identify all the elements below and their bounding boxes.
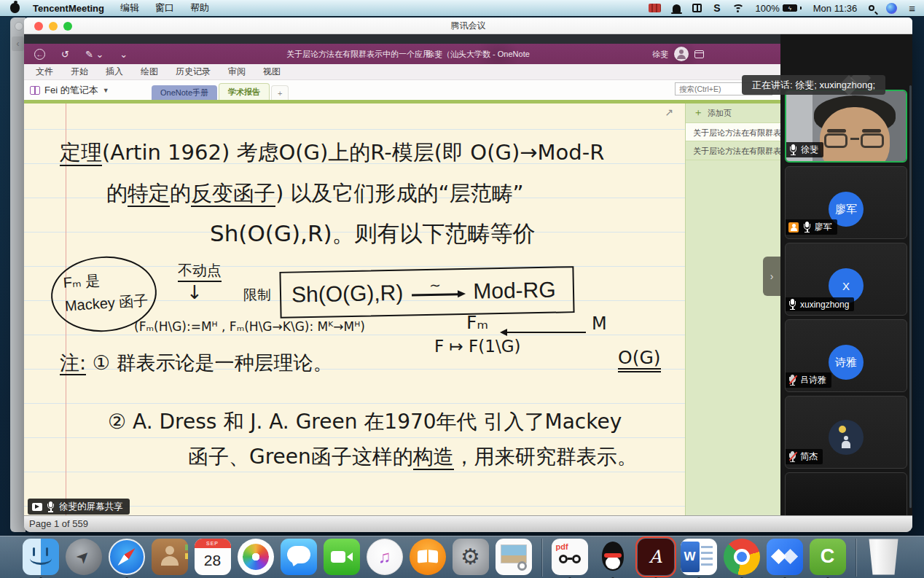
onenote-titlebar: ← ↺ ✎ ⌄ ⌄ 关于层论方法在有限群表示中的一个应用 徐斐（汕头大学数 - … xyxy=(24,44,780,64)
page-item[interactable]: 关于层论方法在有限群表示中的应 xyxy=(686,141,780,160)
dock: ➤ SEP28 ♫ ⚙ pdf A W C xyxy=(0,536,924,578)
expand-icon[interactable]: ↗ xyxy=(665,106,673,118)
fixed-points-label: 不动点 xyxy=(178,261,222,282)
pen-tool-icon[interactable]: ✎ ⌄ xyxy=(85,49,103,60)
dock-finder[interactable] xyxy=(23,539,59,577)
participant-tile[interactable]: X xuxingzhong xyxy=(785,243,907,316)
dock-launchpad[interactable]: ➤ xyxy=(66,539,102,577)
remark-line: 注: ① 群表示论是一种层理论。 xyxy=(60,350,333,376)
participant-label: 简杰 xyxy=(786,449,823,464)
dock-facetime[interactable] xyxy=(324,539,360,577)
background-window-edge[interactable]: ‹ xyxy=(10,17,26,532)
dock-qq[interactable] xyxy=(595,539,631,577)
dock-chrome[interactable] xyxy=(724,539,760,577)
participant-tile-partial[interactable] xyxy=(785,472,907,515)
participant-tile[interactable]: 简杰 xyxy=(785,396,907,469)
dock-trash[interactable] xyxy=(866,539,902,577)
menubar-clock[interactable]: Mon 11:36 xyxy=(813,3,857,14)
toolbar-dropdown-icon[interactable]: ⌄ xyxy=(120,49,128,60)
add-page-button[interactable]: ＋ 添加页 xyxy=(686,104,780,122)
note-line-6: ② A. Dress 和 J. A. Green 在1970年代 引入了Mack… xyxy=(108,408,622,436)
note-page[interactable]: ↗ 定理(Artin 1962) 考虑O(G)上的R-模层(即 O(G)→Mod… xyxy=(24,104,685,515)
tab-insert[interactable]: 插入 xyxy=(106,66,123,78)
preview-icon xyxy=(496,539,532,575)
menu-app-name[interactable]: TencentMeeting xyxy=(33,3,104,14)
screen-recording-icon[interactable] xyxy=(649,4,661,12)
notebook-selector[interactable]: Fei 的笔记本 ▼ xyxy=(30,80,109,100)
participants-sidebar: 徐斐 廖军 廖军 X xuxingzhong 诗雅 吕诗雅 xyxy=(780,34,912,515)
apple-menu-icon[interactable] xyxy=(10,3,20,13)
mic-icon xyxy=(47,501,55,512)
onenote-user-name: 徐斐 xyxy=(652,49,668,60)
tab-home[interactable]: 开始 xyxy=(71,66,88,78)
mic-on-icon xyxy=(788,299,796,310)
input-method-icon[interactable]: S xyxy=(713,2,720,14)
wifi-icon[interactable] xyxy=(732,4,744,12)
dock-messages[interactable] xyxy=(281,539,317,577)
qq-penguin-icon xyxy=(595,539,631,575)
section-tab-reports[interactable]: 学术报告 xyxy=(219,83,270,100)
dock-system-preferences[interactable]: ⚙ xyxy=(453,539,489,577)
participant-tile[interactable]: 廖军 廖军 xyxy=(785,166,907,239)
dock-tencent-meeting[interactable] xyxy=(767,539,803,577)
launchpad-icon: ➤ xyxy=(66,539,102,575)
tab-review[interactable]: 审阅 xyxy=(228,66,246,78)
back-icon[interactable]: ← xyxy=(34,49,45,60)
tab-history[interactable]: 历史记录 xyxy=(176,66,211,78)
dock-divider xyxy=(856,539,856,577)
dock-pdf-expert[interactable]: pdf xyxy=(552,539,588,577)
dock-camtasia[interactable]: C xyxy=(810,539,846,577)
window-layout-icon[interactable] xyxy=(694,50,704,58)
dock-preview[interactable] xyxy=(496,539,532,577)
calendar-icon: SEP28 xyxy=(195,539,231,575)
avatar-initials: 诗雅 xyxy=(829,345,864,380)
add-section-tab[interactable]: + xyxy=(271,85,289,100)
facetime-icon xyxy=(324,539,360,575)
tab-file[interactable]: 文件 xyxy=(36,66,53,78)
user-avatar-icon[interactable] xyxy=(674,47,689,61)
down-arrow: ↓ xyxy=(187,281,203,303)
dock-acrobat[interactable]: A xyxy=(638,539,674,577)
dock-books[interactable] xyxy=(410,539,446,577)
messages-icon xyxy=(281,539,317,575)
menu-help[interactable]: 帮助 xyxy=(190,1,209,15)
spotlight-icon[interactable] xyxy=(869,5,874,11)
safari-icon xyxy=(109,539,145,575)
onenote-doc-title: 关于层论方法在有限群表示中的一个应用 xyxy=(286,44,425,64)
chevron-left-icon[interactable]: ‹ xyxy=(12,36,24,51)
dock-word[interactable]: W xyxy=(681,539,717,577)
dock-photos[interactable] xyxy=(238,539,274,577)
tab-view[interactable]: 视图 xyxy=(263,66,281,78)
menu-window[interactable]: 窗口 xyxy=(155,1,174,15)
note-line-3: Sh(O(G),R)。则有以下范畴等价 xyxy=(210,219,536,249)
dock-safari[interactable] xyxy=(109,539,145,577)
participant-tile[interactable]: 诗雅 吕诗雅 xyxy=(785,319,907,392)
battery-status[interactable]: 100% ϟ xyxy=(756,3,802,14)
sidebar-scrollbar[interactable] xyxy=(909,85,912,508)
battery-icon: ϟ xyxy=(783,4,797,12)
shared-screen-top-strip xyxy=(24,34,780,44)
dock-calendar[interactable]: SEP28 xyxy=(195,539,231,577)
menu-edit[interactable]: 编辑 xyxy=(120,1,139,15)
siri-icon[interactable] xyxy=(886,3,897,14)
participant-label: 徐斐 xyxy=(786,142,823,157)
dock-contacts[interactable] xyxy=(152,539,188,577)
page-item-selected[interactable]: 关于层论方法在有限群表示中的一 xyxy=(686,122,780,141)
acrobat-icon: A xyxy=(638,539,674,575)
onenote-ribbon: 文件 开始 插入 绘图 历史记录 审阅 视图 xyxy=(24,64,780,80)
trash-icon xyxy=(866,539,902,575)
tab-draw[interactable]: 绘图 xyxy=(141,66,158,78)
avatar-photo xyxy=(829,420,864,455)
macos-menubar: TencentMeeting 编辑 窗口 帮助 S 100% ϟ Mon 11:… xyxy=(0,0,924,16)
section-tab-manual[interactable]: OneNote手册 xyxy=(152,85,217,100)
photos-icon xyxy=(238,539,274,575)
window-manager-icon[interactable] xyxy=(692,4,702,12)
notification-center-icon[interactable]: ≡ xyxy=(909,2,915,15)
participant-tile-video[interactable]: 徐斐 xyxy=(785,90,907,163)
dock-divider xyxy=(541,539,542,577)
alarm-icon[interactable] xyxy=(673,4,681,12)
mackey-formula: (Fₘ(H\G):=Mᴴ , Fₘ(H\G→K\G): Mᴷ→Mᴴ) xyxy=(134,319,365,334)
panel-collapse-button[interactable]: › xyxy=(763,257,780,296)
dock-itunes[interactable]: ♫ xyxy=(367,539,403,577)
undo-icon[interactable]: ↺ xyxy=(61,49,69,60)
